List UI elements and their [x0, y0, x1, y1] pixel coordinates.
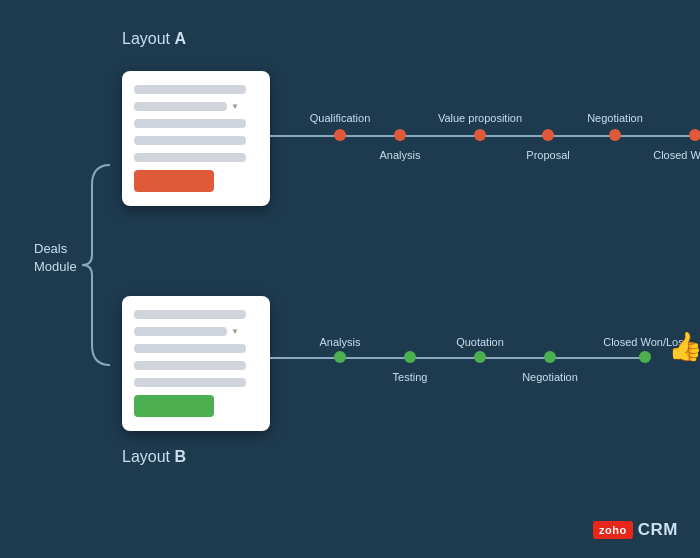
dot-negotiation-b: [544, 351, 556, 363]
card-a-button: [134, 170, 214, 192]
dot-proposal: [542, 129, 554, 141]
dropdown-arrow-b-icon: ▼: [231, 327, 239, 336]
card-b: ▼: [122, 296, 270, 431]
deals-module-label: Deals Module: [34, 240, 89, 276]
crm-text: CRM: [638, 520, 678, 540]
layout-b-section: ▼ Analysis Testing Quotat: [100, 288, 700, 466]
label-negotiation-a: Negotiation: [587, 112, 643, 124]
card-a: ▼: [122, 71, 270, 206]
label-testing: Testing: [393, 371, 428, 383]
dot-quotation: [474, 351, 486, 363]
dropdown-arrow-icon: ▼: [231, 102, 239, 111]
label-closed-a: Closed Won/Lost: [653, 149, 700, 161]
pipeline-a: Qualification Analysis Value proposition…: [280, 58, 700, 218]
pipeline-line-b: [340, 357, 645, 359]
label-analysis-b: Analysis: [320, 336, 361, 348]
layout-a-label: Layout A: [122, 30, 700, 48]
dot-analysis-a: [394, 129, 406, 141]
label-proposal: Proposal: [526, 149, 569, 161]
card-b-line-1: [134, 310, 246, 319]
thumbs-up-b: 👍: [668, 330, 700, 363]
card-line-3: [134, 136, 246, 145]
dot-negotiation-a: [609, 129, 621, 141]
card-dropdown-row: ▼: [134, 102, 258, 111]
dot-closed-a: [689, 129, 700, 141]
layout-a-section: Layout A ▼ Quali: [100, 30, 700, 218]
connector-line-a: [270, 135, 340, 137]
dot-analysis-b: [334, 351, 346, 363]
card-line: [134, 85, 246, 94]
card-b-line-4: [134, 378, 246, 387]
card-b-line-3: [134, 361, 246, 370]
crm-logo: zoho CRM: [593, 520, 678, 540]
card-b-dropdown-row: ▼: [134, 327, 258, 336]
connector-line-b: [270, 357, 340, 359]
card-dropdown-bar: [134, 102, 227, 111]
card-b-button: [134, 395, 214, 417]
card-line-4: [134, 153, 246, 162]
zoho-box: zoho: [593, 521, 633, 539]
label-analysis-a: Analysis: [380, 149, 421, 161]
dot-closed-b: [639, 351, 651, 363]
card-line-2: [134, 119, 246, 128]
label-qualification: Qualification: [310, 112, 371, 124]
pipeline-b: Analysis Testing Quotation Negotiation C…: [280, 288, 700, 438]
label-negotiation-b: Negotiation: [522, 371, 578, 383]
label-quotation: Quotation: [456, 336, 504, 348]
dot-qualification: [334, 129, 346, 141]
main-container: Layout A ▼ Quali: [0, 0, 700, 558]
dot-value-prop: [474, 129, 486, 141]
label-value-prop: Value proposition: [438, 112, 522, 124]
dot-testing: [404, 351, 416, 363]
card-b-dropdown-bar: [134, 327, 227, 336]
layout-b-label: Layout B: [122, 448, 700, 466]
card-b-line-2: [134, 344, 246, 353]
